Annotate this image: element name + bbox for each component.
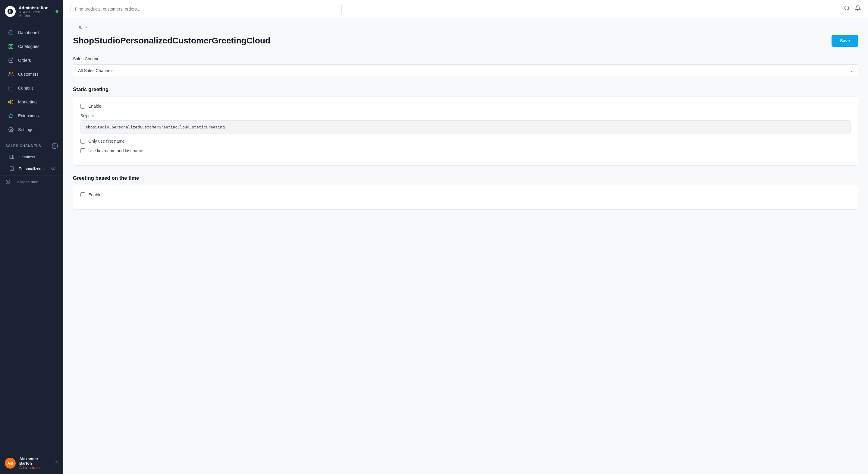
static-greeting-heading: Static greeting: [73, 87, 858, 93]
static-greeting-section: Static greeting Enable Snippet shopStudi…: [73, 87, 858, 166]
personalized-icon: [9, 166, 14, 171]
visibility-icon[interactable]: [51, 166, 56, 171]
page-content: ← Back ShopStudioPersonalizedCustomerGre…: [63, 18, 868, 474]
app-logo: [5, 6, 16, 17]
sidebar-sub-item-label: Headless: [19, 155, 35, 159]
first-last-name-checkbox[interactable]: [81, 148, 85, 153]
collapse-label: Collapse menu: [14, 180, 41, 184]
avatar: AB: [5, 458, 16, 469]
page-title: ShopStudioPersonalizedCustomerGreetingCl…: [73, 36, 270, 46]
only-first-name-row: Only use first name: [81, 139, 851, 144]
svg-rect-2: [11, 44, 13, 46]
sidebar-item-label: Settings: [18, 127, 33, 132]
time-greeting-card: Enable: [73, 185, 858, 210]
sidebar-item-label: Content: [18, 86, 33, 90]
sidebar-nav: Dashboard Catalogues Orders: [0, 23, 63, 452]
marketing-icon: [8, 99, 14, 105]
sidebar-item-headless[interactable]: Headless: [2, 151, 61, 162]
top-bar-icons: [844, 5, 861, 13]
snippet-label: Snippet: [81, 113, 851, 118]
sidebar-item-personalized[interactable]: Personalized customer gre...: [2, 163, 61, 174]
sidebar-item-label: Extensions: [18, 113, 38, 118]
back-label: Back: [79, 25, 87, 30]
add-sales-channel-button[interactable]: +: [52, 143, 58, 149]
sidebar-item-customers[interactable]: Customers: [2, 67, 61, 81]
brand-version: v6.4.2.1 Stable Version: [19, 10, 53, 18]
user-role: Administrator: [19, 466, 51, 470]
sidebar-item-label: Marketing: [18, 99, 36, 104]
only-first-name-label: Only use first name: [88, 139, 125, 144]
notification-icon[interactable]: [855, 5, 861, 13]
user-profile[interactable]: AB Alexander Barton Administrator ⌃: [0, 452, 63, 474]
save-button[interactable]: Save: [832, 35, 858, 47]
back-link[interactable]: ← Back: [73, 25, 858, 30]
first-last-name-row: Use first name and last name: [81, 148, 851, 153]
user-info: Alexander Barton Administrator: [19, 456, 51, 470]
time-greeting-heading: Greeting based on the time: [73, 175, 858, 181]
svg-marker-8: [9, 100, 11, 104]
catalogues-icon: [8, 43, 14, 50]
orders-icon: [8, 57, 14, 63]
svg-point-14: [845, 6, 849, 10]
headless-icon: [9, 154, 14, 159]
sidebar-item-marketing[interactable]: Marketing: [2, 95, 61, 109]
enable-time-label: Enable: [88, 192, 101, 197]
static-greeting-card: Enable Snippet shopStudio.personalizedCu…: [73, 96, 858, 166]
svg-rect-4: [11, 47, 13, 49]
sidebar-item-dashboard[interactable]: Dashboard: [2, 26, 61, 39]
collapse-menu-button[interactable]: Collapse menu: [0, 176, 63, 188]
brand-info: Administration v6.4.2.1 Stable Version: [19, 5, 53, 18]
sidebar-item-label: Orders: [18, 58, 31, 63]
brand-title: Administration: [19, 5, 53, 10]
search-input[interactable]: [75, 7, 337, 11]
content-icon: [8, 85, 14, 91]
sales-channels-label: Sales Channels: [5, 144, 41, 148]
svg-rect-11: [10, 167, 13, 170]
svg-point-6: [9, 72, 11, 74]
sidebar-item-label: Dashboard: [18, 30, 39, 35]
enable-static-row: Enable: [81, 104, 851, 109]
sidebar-item-orders[interactable]: Orders: [2, 54, 61, 67]
svg-point-9: [10, 129, 12, 130]
chevron-up-icon: ⌃: [55, 461, 59, 466]
sidebar-item-content[interactable]: Content: [2, 81, 61, 95]
back-arrow-icon: ←: [73, 25, 77, 30]
enable-time-row: Enable: [81, 192, 851, 197]
sales-channel-label: Sales Channel: [73, 56, 858, 61]
sidebar-item-label: Catalogues: [18, 44, 39, 49]
sales-channels-section: Sales Channels +: [0, 139, 63, 151]
customers-icon: [8, 71, 14, 77]
time-greeting-section: Greeting based on the time Enable: [73, 175, 858, 210]
sidebar-header: Administration v6.4.2.1 Stable Version: [0, 0, 63, 23]
sidebar-item-settings[interactable]: Settings: [2, 123, 61, 136]
user-name: Alexander Barton: [19, 456, 51, 466]
enable-static-label: Enable: [88, 104, 101, 109]
dashboard-icon: [8, 30, 14, 36]
svg-rect-3: [9, 47, 10, 49]
svg-rect-1: [9, 44, 10, 46]
search-box[interactable]: [70, 4, 342, 14]
top-bar: [63, 0, 868, 18]
sidebar-item-catalogues[interactable]: Catalogues: [2, 40, 61, 53]
settings-icon: [8, 127, 14, 133]
only-first-name-checkbox[interactable]: [81, 139, 85, 144]
main-content: ← Back ShopStudioPersonalizedCustomerGre…: [63, 0, 868, 474]
status-dot: [56, 10, 59, 13]
sales-channel-select[interactable]: All Sales Channels: [73, 64, 858, 77]
extensions-icon: [8, 113, 14, 119]
enable-time-checkbox[interactable]: [81, 192, 85, 197]
svg-rect-10: [10, 156, 13, 158]
sidebar-item-extensions[interactable]: Extensions: [2, 109, 61, 122]
enable-static-checkbox[interactable]: [81, 104, 85, 109]
first-last-name-label: Use first name and last name: [88, 148, 143, 153]
svg-point-12: [53, 168, 54, 169]
search-icon[interactable]: [844, 5, 850, 13]
avatar-initials: AB: [7, 461, 13, 466]
sidebar: Administration v6.4.2.1 Stable Version D…: [0, 0, 63, 474]
sales-channel-section: Sales Channel All Sales Channels ⌄: [73, 56, 858, 77]
sidebar-sub-item-label: Personalized customer gre...: [19, 167, 46, 171]
page-header: ShopStudioPersonalizedCustomerGreetingCl…: [73, 35, 858, 47]
sidebar-item-label: Customers: [18, 72, 38, 77]
snippet-value: shopStudio.personalizedCustomerGreetingC…: [81, 120, 851, 134]
sales-channel-select-wrapper: All Sales Channels ⌄: [73, 64, 858, 77]
